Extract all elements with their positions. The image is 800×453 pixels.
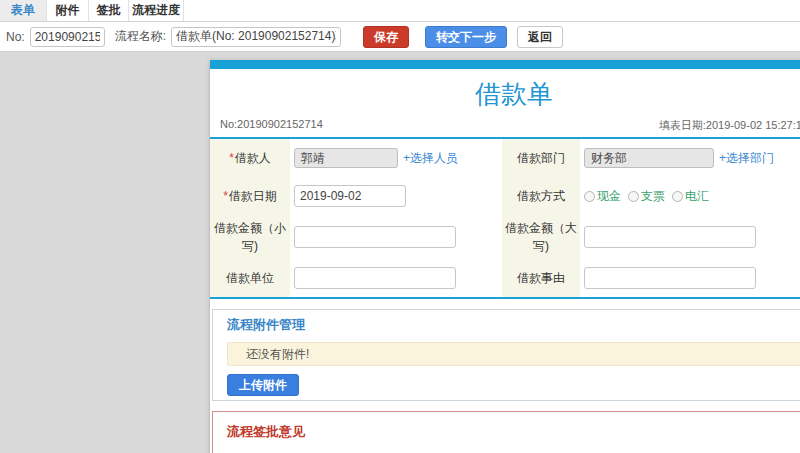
- panel-top-accent-bar: [210, 60, 800, 69]
- amount-upper-label-cell: 借款金额（大写): [502, 215, 580, 259]
- loan-date-field-cell: [290, 177, 502, 215]
- no-input[interactable]: [30, 27, 105, 47]
- loan-method-radio-group: 现金 支票 电汇: [584, 188, 709, 205]
- radio-circle-icon: [628, 191, 639, 202]
- borrower-input[interactable]: 郭靖: [294, 148, 398, 168]
- loan-date-input[interactable]: [294, 185, 406, 207]
- amount-lower-input[interactable]: [294, 226, 456, 248]
- form-title: 借款单: [210, 69, 800, 118]
- no-attachments-alert: 还没有附件!: [227, 342, 800, 366]
- tab-form[interactable]: 表单: [0, 0, 47, 21]
- tab-bar: 表单 附件 签批 流程进度: [0, 0, 800, 22]
- process-name-input[interactable]: [171, 27, 341, 47]
- form-meta-row: No:20190902152714 填表日期:2019-09-02 15:27:…: [210, 118, 800, 137]
- upload-attachment-button[interactable]: 上传附件: [227, 374, 299, 396]
- form-no-text: No:20190902152714: [220, 118, 323, 133]
- department-label: 借款部门: [517, 149, 565, 167]
- radio-cheque[interactable]: 支票: [628, 188, 665, 205]
- radio-cheque-label: 支票: [641, 188, 665, 205]
- loan-form-grid: *借款人 郭靖 +选择人员 借款部门 财务部 +选择部门 *借款日期 借款方式 …: [210, 139, 800, 297]
- radio-wire-transfer-label: 电汇: [685, 188, 709, 205]
- back-button[interactable]: 返回: [517, 26, 563, 48]
- loan-reason-label-cell: 借款事由: [502, 259, 580, 297]
- action-bar: No: 流程名称: 保存 转交下一步 返回: [0, 22, 800, 52]
- no-label: No:: [6, 30, 25, 44]
- borrower-field-cell: 郭靖 +选择人员: [290, 139, 502, 177]
- loan-date-label-cell: *借款日期: [210, 177, 290, 215]
- loan-unit-field-cell: [290, 259, 502, 297]
- loan-reason-field-cell: [580, 259, 800, 297]
- select-person-link[interactable]: +选择人员: [403, 150, 458, 167]
- loan-unit-label: 借款单位: [226, 269, 274, 287]
- borrower-label: 借款人: [235, 151, 271, 165]
- amount-lower-field-cell: [290, 215, 502, 259]
- loan-reason-label: 借款事由: [517, 269, 565, 287]
- forward-next-step-button[interactable]: 转交下一步: [425, 26, 507, 48]
- department-field-cell: 财务部 +选择部门: [580, 139, 800, 177]
- process-name-label: 流程名称:: [115, 28, 166, 45]
- department-input[interactable]: 财务部: [584, 148, 714, 168]
- loan-unit-input[interactable]: [294, 267, 456, 289]
- loan-form-panel: 借款单 No:20190902152714 填表日期:2019-09-02 15…: [210, 60, 800, 453]
- radio-cash-label: 现金: [597, 188, 621, 205]
- radio-wire-transfer[interactable]: 电汇: [672, 188, 709, 205]
- approval-section: 流程签批意见 B I abc: [212, 411, 800, 453]
- attachments-section: 流程附件管理 还没有附件! 上传附件: [212, 309, 800, 401]
- tab-approval[interactable]: 签批: [89, 0, 129, 21]
- amount-upper-label: 借款金额（大写): [504, 219, 578, 255]
- select-department-link[interactable]: +选择部门: [719, 150, 774, 167]
- loan-method-field-cell: 现金 支票 电汇: [580, 177, 800, 215]
- radio-circle-icon: [672, 191, 683, 202]
- tab-process-progress[interactable]: 流程进度: [129, 0, 184, 21]
- loan-unit-label-cell: 借款单位: [210, 259, 290, 297]
- required-mark: *: [223, 189, 228, 203]
- loan-date-label: 借款日期: [229, 189, 277, 203]
- department-label-cell: 借款部门: [502, 139, 580, 177]
- radio-cash[interactable]: 现金: [584, 188, 621, 205]
- amount-upper-input[interactable]: [584, 226, 756, 248]
- divider-bottom: [210, 297, 800, 299]
- loan-method-label-cell: 借款方式: [502, 177, 580, 215]
- save-button[interactable]: 保存: [363, 26, 409, 48]
- required-mark: *: [229, 151, 234, 165]
- attachments-heading: 流程附件管理: [227, 317, 800, 333]
- form-date-text: 填表日期:2019-09-02 15:27:14: [659, 118, 800, 133]
- loan-method-label: 借款方式: [517, 187, 565, 205]
- tab-attachments[interactable]: 附件: [47, 0, 89, 21]
- loan-reason-input[interactable]: [584, 267, 756, 289]
- amount-lower-label-cell: 借款金额（小写): [210, 215, 290, 259]
- borrower-label-cell: *借款人: [210, 139, 290, 177]
- approval-heading: 流程签批意见: [227, 424, 800, 440]
- amount-upper-field-cell: [580, 215, 800, 259]
- amount-lower-label: 借款金额（小写): [212, 219, 288, 255]
- radio-circle-icon: [584, 191, 595, 202]
